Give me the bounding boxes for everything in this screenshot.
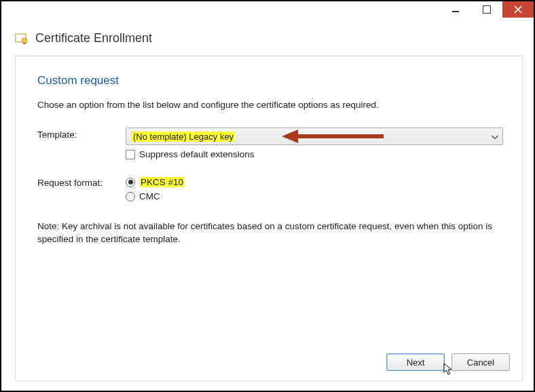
instruction-text: Chose an option from the list below and … (37, 100, 503, 110)
template-dropdown[interactable]: (No template) Legacy key (126, 128, 503, 145)
header: Certificate Enrollment (1, 22, 534, 51)
button-row: Next Cancel (386, 353, 510, 371)
template-row: Template: (No template) Legacy key Suppr… (37, 128, 503, 159)
template-label: Template: (37, 128, 126, 140)
radio-icon (126, 178, 135, 187)
request-format-label: Request format: (37, 176, 126, 188)
cancel-button-label: Cancel (467, 357, 494, 368)
note-text: Note: Key archival is not available for … (37, 220, 499, 246)
close-button[interactable] (502, 1, 534, 18)
maximize-button[interactable] (471, 1, 502, 18)
cancel-button[interactable]: Cancel (451, 353, 510, 371)
suppress-extensions-checkbox[interactable]: Suppress default extensions (126, 149, 503, 159)
next-button[interactable]: Next (386, 353, 445, 371)
radio-label: CMC (139, 191, 160, 201)
wizard-panel: Custom request Chose an option from the … (15, 56, 523, 381)
window-title: Certificate Enrollment (35, 31, 152, 45)
template-selected-value: (No template) Legacy key (132, 132, 235, 142)
svg-point-3 (22, 38, 27, 43)
radio-pkcs10[interactable]: PKCS #10 (126, 177, 503, 187)
next-button-label: Next (407, 357, 425, 368)
minimize-button[interactable] (440, 1, 471, 18)
suppress-label: Suppress default extensions (139, 149, 255, 159)
radio-icon (126, 192, 135, 201)
request-format-row: Request format: PKCS #10 CMC (37, 176, 503, 205)
titlebar (1, 1, 534, 22)
certificate-icon (15, 32, 29, 45)
request-format-group: PKCS #10 CMC (126, 176, 503, 205)
chevron-down-icon (492, 132, 498, 142)
radio-label: PKCS #10 (139, 177, 185, 187)
radio-cmc[interactable]: CMC (126, 191, 503, 201)
checkbox-icon (126, 150, 135, 159)
section-heading: Custom request (37, 74, 503, 87)
